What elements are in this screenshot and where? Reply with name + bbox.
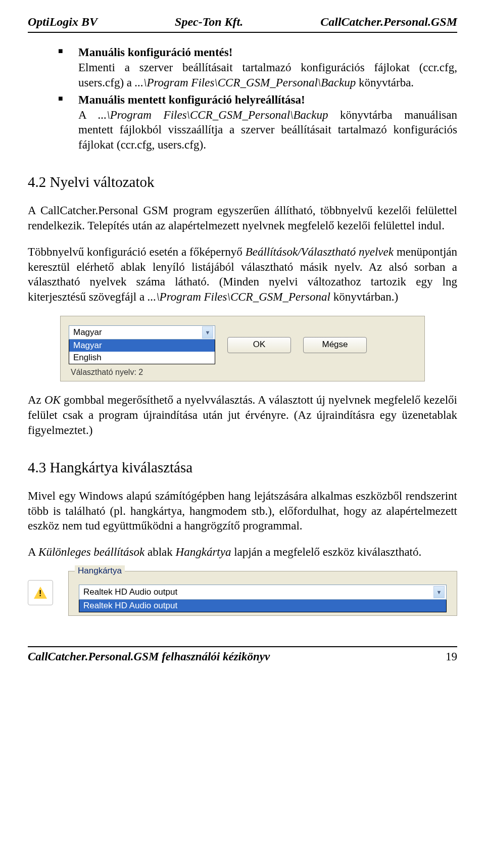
sec42-p3-b: gombbal megerősíthető a nyelvválasztás. … xyxy=(28,394,457,437)
page-header: OptiLogix BV Spec-Ton Kft. CallCatcher.P… xyxy=(28,15,457,33)
soundcard-dropdown-list: Realtek HD Audio output xyxy=(79,600,447,612)
sec43-p2-b: ablak xyxy=(144,546,175,558)
sec42-p2-ital: Beállítások/Választható nyelvek xyxy=(246,246,394,258)
header-left: OptiLogix BV xyxy=(28,15,98,29)
header-right: CallCatcher.Personal.GSM xyxy=(320,15,457,29)
sec43-p2: A Különleges beállítások ablak Hangkárty… xyxy=(28,545,457,560)
sec43-p2-ital1: Különleges beállítások xyxy=(38,546,144,558)
language-option-magyar[interactable]: Magyar xyxy=(69,340,215,352)
sec42-p3: Az OK gombbal megerősíthető a nyelvválas… xyxy=(28,393,457,438)
footer-title: CallCatcher.Personal.GSM felhasználói ké… xyxy=(28,650,270,663)
soundcard-option-realtek[interactable]: Realtek HD Audio output xyxy=(79,600,446,612)
warning-icon xyxy=(28,580,53,605)
section-4-3-heading: 4.3 Hangkártya kiválasztása xyxy=(28,458,457,477)
soundcard-panel: Hangkártya Realtek HD Audio output ▼ Rea… xyxy=(68,571,457,616)
bullet1-title: Manuális konfiguráció mentés! xyxy=(78,46,232,59)
soundcard-combobox[interactable]: Realtek HD Audio output ▼ xyxy=(79,585,447,600)
language-combobox[interactable]: Magyar ▼ xyxy=(69,325,215,340)
language-dropdown-list: Magyar English xyxy=(69,340,215,364)
bullet2-text-a: A xyxy=(78,109,98,121)
language-option-english[interactable]: English xyxy=(69,352,215,364)
language-dialog: Magyar ▼ Magyar English OK Mégse Választ… xyxy=(60,316,425,381)
sec42-p2-a: Többnyelvű konfiguráció esetén a főképer… xyxy=(28,246,246,258)
sec42-p1: A CallCatcher.Personal GSM program egysz… xyxy=(28,203,457,233)
sec42-p2: Többnyelvű konfiguráció esetén a főképer… xyxy=(28,245,457,305)
sec42-p2-path: ...\Program Files\CCR_GSM_Personal xyxy=(148,291,330,303)
bullet1-path: ...\Program Files\CCR_GSM_Personal\Backu… xyxy=(135,76,356,89)
bullet1-text-b: könyvtárba. xyxy=(356,76,414,89)
sec43-p2-a: A xyxy=(28,546,38,558)
sec43-p2-c: lapján a megfelelő eszköz kiválasztható. xyxy=(231,546,421,558)
page-footer: CallCatcher.Personal.GSM felhasználói ké… xyxy=(28,646,457,663)
bullet-restore-config: Manuális mentett konfiguráció helyreállí… xyxy=(58,92,457,153)
ok-button[interactable]: OK xyxy=(227,337,291,353)
header-center: Spec-Ton Kft. xyxy=(175,15,243,29)
soundcard-fieldset-label: Hangkártya xyxy=(75,565,125,576)
bullet2-title: Manuális mentett konfiguráció helyreállí… xyxy=(78,93,305,106)
sec42-p3-ital: OK xyxy=(44,394,61,406)
bullet2-path: ...\Program Files\CCR_GSM_Personal\Backu… xyxy=(98,109,328,121)
page-number: 19 xyxy=(446,650,457,663)
sec43-p2-ital2: Hangkártya xyxy=(176,546,231,558)
cancel-button[interactable]: Mégse xyxy=(303,337,367,353)
sec42-p3-a: Az xyxy=(28,394,44,406)
soundcard-combo-selected: Realtek HD Audio output xyxy=(83,587,177,598)
bullet-save-config: Manuális konfiguráció mentés! Elmenti a … xyxy=(58,45,457,90)
language-combo-selected: Magyar xyxy=(73,327,102,338)
section-4-2-heading: 4.2 Nyelvi változatok xyxy=(28,173,457,192)
chevron-down-icon[interactable]: ▼ xyxy=(433,586,445,598)
sec43-p1: Mivel egy Windows alapú számítógépben ha… xyxy=(28,489,457,534)
language-status-text: Választható nyelv: 2 xyxy=(69,366,416,379)
sec42-p2-c: könyvtárban.) xyxy=(330,291,398,303)
chevron-down-icon[interactable]: ▼ xyxy=(202,326,213,339)
